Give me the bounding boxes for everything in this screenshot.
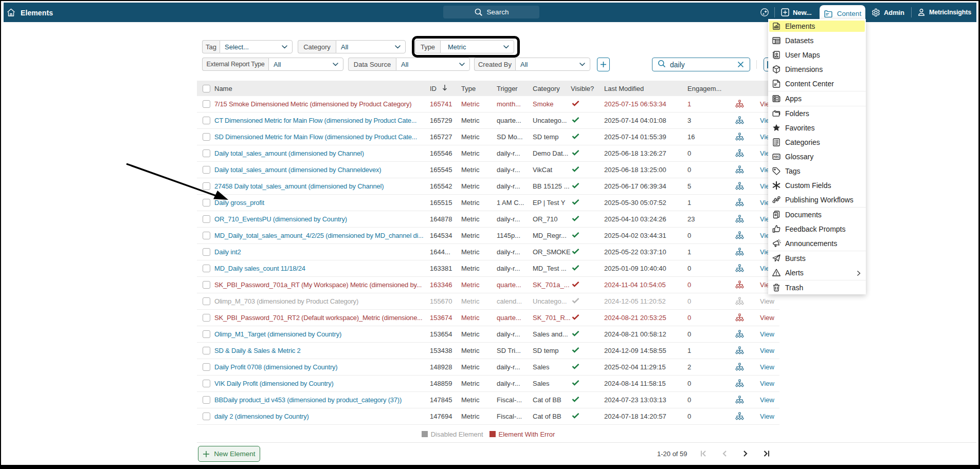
svg-text:ABC: ABC	[773, 155, 779, 158]
